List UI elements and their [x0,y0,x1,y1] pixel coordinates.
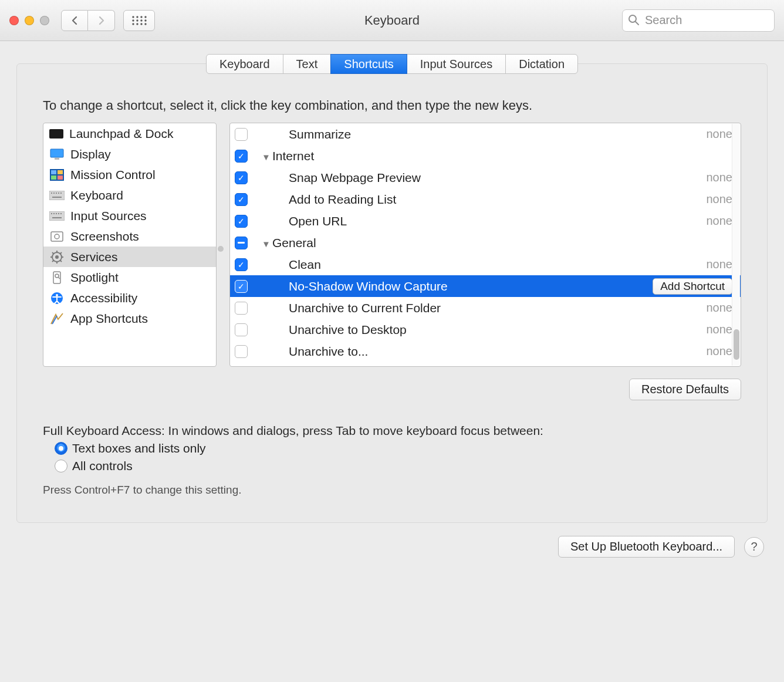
checkbox[interactable] [235,237,248,249]
service-item-row[interactable]: Summarizenone [230,123,741,145]
svg-point-10 [140,23,142,25]
sidebar-item-services[interactable]: Services [43,247,216,267]
svg-rect-28 [49,211,65,221]
svg-rect-35 [51,232,63,241]
svg-rect-22 [51,193,52,194]
sidebar-item-keyboard[interactable]: Keyboard [43,185,216,205]
service-item-row[interactable]: ✓No-Shadow Window CaptureAdd Shortcut [230,275,741,297]
accessibility-icon [49,292,65,305]
scrollbar-thumb[interactable] [734,329,739,360]
row-label: Summarize [289,127,351,141]
grid-icon [131,15,147,26]
mission-control-icon [49,168,65,181]
keyboard-icon [49,210,65,222]
sidebar-item-accessibility[interactable]: Accessibility [43,288,216,308]
checkbox[interactable] [235,302,248,315]
shortcut-value: none [707,323,733,336]
row-label: Unarchive to Desktop [289,323,407,336]
service-item-row[interactable]: ✓Add to Reading Listnone [230,188,741,210]
zoom-window-button[interactable] [40,16,49,25]
row-label: Unarchive to... [289,345,368,358]
preferences-panel: Keyboard Text Shortcuts Input Sources Di… [16,63,768,523]
restore-defaults-button[interactable]: Restore Defaults [629,379,741,400]
service-item-row[interactable]: ✓Snap Webpage Previewnone [230,167,741,188]
back-button[interactable] [61,10,88,31]
screenshots-icon [49,230,65,243]
checkbox[interactable] [235,345,248,358]
scrollbar[interactable] [732,124,740,366]
show-all-button[interactable] [123,10,155,31]
service-item-row[interactable]: Unarchive to Current Foldernone [230,297,741,319]
sidebar-item-label: Spotlight [70,271,119,285]
keyboard-icon [49,189,65,202]
checkbox[interactable]: ✓ [235,171,248,184]
checkbox[interactable]: ✓ [235,193,248,206]
svg-rect-34 [52,217,62,218]
nav-button-group [61,10,115,31]
add-shortcut-button[interactable]: Add Shortcut [653,278,732,295]
sidebar-item-mission-control[interactable]: Mission Control [43,164,216,185]
sidebar-item-label: Services [70,250,118,264]
svg-rect-23 [53,193,55,194]
service-item-row[interactable]: ✓Cleannone [230,254,741,275]
svg-rect-14 [50,149,63,157]
checkbox[interactable]: ✓ [235,280,248,293]
tab-keyboard[interactable]: Keyboard [206,54,283,74]
sidebar-item-app-shortcuts[interactable]: App Shortcuts [43,308,216,329]
fka-option-textboxes[interactable]: Text boxes and lists only [55,441,741,455]
tab-bar: Keyboard Text Shortcuts Input Sources Di… [43,54,741,74]
svg-point-7 [144,19,146,21]
checkbox[interactable] [235,323,248,336]
tab-shortcuts[interactable]: Shortcuts [330,54,407,74]
sidebar-item-input-sources[interactable]: Input Sources [43,205,216,226]
service-group-row[interactable]: ▼General [230,232,741,254]
sidebar-item-launchpad[interactable]: Launchpad & Dock [43,123,216,144]
shortcut-detail-list[interactable]: Summarizenone✓▼Internet✓Snap Webpage Pre… [229,123,741,367]
svg-rect-31 [56,213,57,214]
checkbox[interactable]: ✓ [235,150,248,163]
sidebar-item-display[interactable]: Display [43,144,216,164]
gear-icon [49,251,65,264]
forward-button[interactable] [88,10,115,31]
sidebar-item-spotlight[interactable]: Spotlight [43,267,216,288]
service-item-row[interactable]: Unarchive to...none [230,340,741,362]
tab-text[interactable]: Text [283,54,332,74]
row-label: Unarchive to Current Folder [289,301,441,315]
sidebar-item-label: Launchpad & Dock [69,127,173,141]
help-button[interactable]: ? [744,537,764,557]
svg-rect-20 [58,175,63,180]
window-toolbar: Keyboard [0,0,784,41]
close-window-button[interactable] [9,16,19,25]
service-item-row[interactable]: Unarchive to Desktopnone [230,319,741,340]
sidebar-item-screenshots[interactable]: Screenshots [43,226,216,247]
disclosure-triangle-icon[interactable]: ▼ [262,239,270,249]
radio-icon [55,460,67,472]
fka-option-all-controls[interactable]: All controls [55,459,741,473]
svg-rect-18 [58,170,63,174]
checkbox[interactable]: ✓ [235,258,248,271]
bluetooth-keyboard-button[interactable]: Set Up Bluetooth Keyboard... [558,536,735,558]
sidebar-item-label: Display [70,147,111,161]
sidebar-item-label: Keyboard [70,188,123,202]
svg-point-8 [132,23,134,25]
disclosure-triangle-icon[interactable]: ▼ [262,152,270,162]
shortcuts-lists: Launchpad & Dock Display Mission Control… [43,123,741,367]
minimize-window-button[interactable] [25,16,34,25]
service-group-row[interactable]: ✓▼Internet [230,145,741,167]
spotlight-icon [49,271,65,284]
row-label: Clean [289,258,321,271]
checkbox[interactable] [235,128,248,141]
splitter-handle[interactable] [218,246,224,252]
footer: Set Up Bluetooth Keyboard... ? [0,536,764,558]
traffic-lights [9,16,49,25]
service-item-row[interactable]: ✓Open URLnone [230,210,741,232]
tab-input-sources[interactable]: Input Sources [407,54,506,74]
svg-rect-19 [51,175,56,180]
checkbox[interactable]: ✓ [235,215,248,228]
category-sidebar[interactable]: Launchpad & Dock Display Mission Control… [43,123,217,367]
full-keyboard-access-label: Full Keyboard Access: In windows and dia… [43,424,741,438]
tab-dictation[interactable]: Dictation [505,54,578,74]
svg-rect-25 [58,193,59,194]
search-input[interactable] [622,9,775,32]
sidebar-item-label: Input Sources [70,209,147,223]
